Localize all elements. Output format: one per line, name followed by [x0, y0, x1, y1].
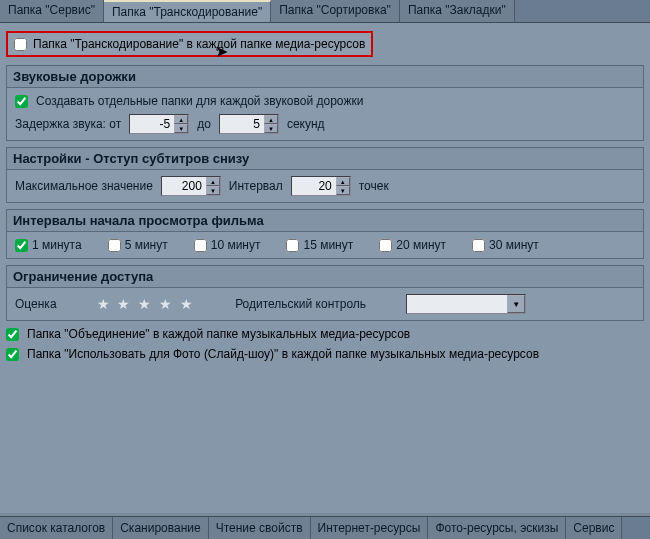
tab-photo[interactable]: Фото-ресурсы, эскизы [428, 517, 566, 539]
interval-spinner[interactable]: ▲▼ [291, 176, 351, 196]
seconds-label: секунд [287, 117, 325, 131]
interval-input[interactable] [292, 177, 336, 195]
interval-15min-label: 15 минут [303, 238, 353, 252]
delay-from-label: Задержка звука: от [15, 117, 121, 131]
interval-1min-label: 1 минута [32, 238, 82, 252]
tabs-bottom: Список каталогов Сканирование Чтение сво… [0, 516, 650, 539]
intervals-section: Интервалы начала просмотра фильма 1 мину… [6, 209, 644, 259]
sound-tracks-title: Звуковые дорожки [7, 66, 643, 88]
tab-bookmarks[interactable]: Папка "Закладки" [400, 0, 515, 22]
intervals-title: Интервалы начала просмотра фильма [7, 210, 643, 232]
union-folder-label: Папка "Объединение" в каждой папке музык… [27, 327, 410, 341]
parental-label: Родительский контроль [235, 297, 366, 311]
tab-internet[interactable]: Интернет-ресурсы [311, 517, 429, 539]
photo-folder-checkbox[interactable] [6, 348, 19, 361]
interval-5min-label: 5 минут [125, 238, 168, 252]
access-title: Ограничение доступа [7, 266, 643, 288]
spin-down[interactable]: ▼ [336, 186, 350, 195]
tab-sorting[interactable]: Папка "Сортировка" [271, 0, 400, 22]
points-label: точек [359, 179, 389, 193]
interval-15min-checkbox[interactable] [286, 239, 299, 252]
subtitles-title: Настройки - Отступ субтитров снизу [7, 148, 643, 170]
interval-30min-checkbox[interactable] [472, 239, 485, 252]
parental-input[interactable] [407, 295, 507, 313]
interval-label: Интервал [229, 179, 283, 193]
spin-up[interactable]: ▲ [336, 177, 350, 186]
interval-10min-checkbox[interactable] [194, 239, 207, 252]
highlighted-option: Папка "Транскодирование" в каждой папке … [6, 31, 373, 57]
interval-1min-checkbox[interactable] [15, 239, 28, 252]
delay-to-spinner[interactable]: ▲▼ [219, 114, 279, 134]
interval-10min-label: 10 минут [211, 238, 261, 252]
access-section: Ограничение доступа Оценка ★ ★ ★ ★ ★ Род… [6, 265, 644, 321]
transcoding-folder-label: Папка "Транскодирование" в каждой папке … [33, 37, 365, 51]
to-label: до [197, 117, 211, 131]
create-folders-checkbox[interactable] [15, 95, 28, 108]
transcoding-folder-checkbox[interactable] [14, 38, 27, 51]
tab-read-props[interactable]: Чтение свойств [209, 517, 311, 539]
delay-from-spinner[interactable]: ▲▼ [129, 114, 189, 134]
spin-up[interactable]: ▲ [174, 115, 188, 124]
create-folders-label: Создавать отдельные папки для каждой зву… [36, 94, 363, 108]
tab-catalogs[interactable]: Список каталогов [0, 517, 113, 539]
delay-from-input[interactable] [130, 115, 174, 133]
interval-5min-checkbox[interactable] [108, 239, 121, 252]
rating-label: Оценка [15, 297, 57, 311]
parental-combo[interactable]: ▼ [406, 294, 526, 314]
spin-down[interactable]: ▼ [264, 124, 278, 133]
tabs-top: Папка "Сервис" Папка "Транскодирование" … [0, 0, 650, 23]
interval-20min-checkbox[interactable] [379, 239, 392, 252]
spin-down[interactable]: ▼ [206, 186, 220, 195]
interval-30min-label: 30 минут [489, 238, 539, 252]
interval-20min-label: 20 минут [396, 238, 446, 252]
photo-folder-label: Папка "Использовать для Фото (Слайд-шоу)… [27, 347, 539, 361]
chevron-down-icon[interactable]: ▼ [507, 295, 525, 313]
spin-up[interactable]: ▲ [264, 115, 278, 124]
max-value-spinner[interactable]: ▲▼ [161, 176, 221, 196]
union-folder-checkbox[interactable] [6, 328, 19, 341]
sound-tracks-section: Звуковые дорожки Создавать отдельные пап… [6, 65, 644, 141]
tab-scan[interactable]: Сканирование [113, 517, 208, 539]
main-panel: Папка "Транскодирование" в каждой папке … [0, 23, 650, 513]
max-value-input[interactable] [162, 177, 206, 195]
tab-service[interactable]: Папка "Сервис" [0, 0, 104, 22]
delay-to-input[interactable] [220, 115, 264, 133]
spin-up[interactable]: ▲ [206, 177, 220, 186]
spin-down[interactable]: ▼ [174, 124, 188, 133]
tab-transcoding[interactable]: Папка "Транскодирование" [104, 0, 271, 22]
rating-stars[interactable]: ★ ★ ★ ★ ★ [97, 296, 196, 312]
tab-service-bottom[interactable]: Сервис [566, 517, 622, 539]
subtitles-section: Настройки - Отступ субтитров снизу Макси… [6, 147, 644, 203]
max-value-label: Максимальное значение [15, 179, 153, 193]
